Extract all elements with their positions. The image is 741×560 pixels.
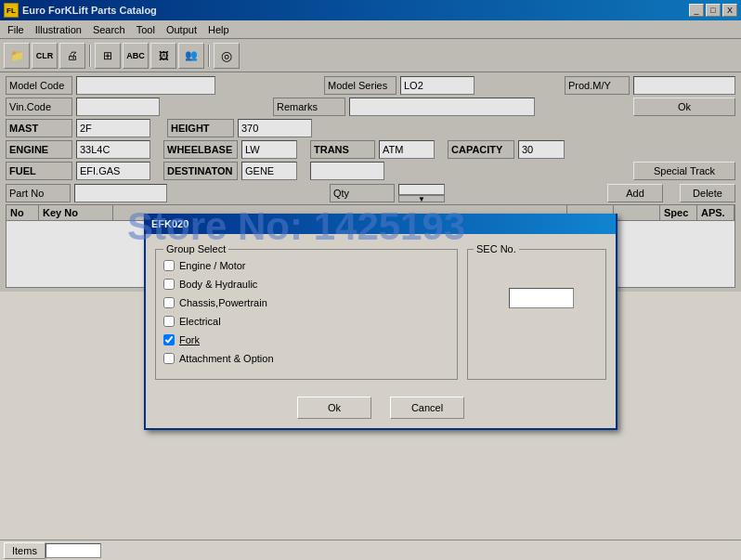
checkbox-chassis: Chassis,Powertrain (163, 297, 449, 308)
checkbox-fork: Fork (163, 334, 449, 345)
group-select-legend: Group Select (163, 243, 228, 254)
modal-title-bar: EFK020 (146, 214, 616, 234)
sec-no-fieldset: SEC No. (467, 243, 606, 380)
checkbox-chassis-input[interactable] (163, 297, 175, 308)
modal-dialog: EFK020 Group Select Engine / Motor Body … (144, 214, 618, 430)
checkbox-body-label: Body & Hydraulic (179, 279, 257, 290)
checkbox-engine-label: Engine / Motor (179, 260, 246, 271)
checkbox-electrical-label: Electrical (179, 316, 221, 327)
checkbox-attachment-input[interactable] (163, 353, 175, 364)
modal-ok-button[interactable]: Ok (297, 397, 371, 419)
modal-cancel-button[interactable]: Cancel (390, 397, 464, 419)
main-content: Model Code Model Series Prod.M/Y Vin.Cod… (0, 72, 741, 292)
items-value-input[interactable] (46, 543, 101, 558)
checkbox-body: Body & Hydraulic (163, 279, 449, 290)
checkbox-attachment: Attachment & Option (163, 353, 449, 364)
checkbox-electrical: Electrical (163, 316, 449, 327)
group-select-fieldset: Group Select Engine / Motor Body & Hydra… (155, 243, 458, 380)
checkbox-chassis-label: Chassis,Powertrain (179, 297, 267, 308)
checkbox-attachment-label: Attachment & Option (179, 353, 274, 364)
sec-no-legend: SEC No. (474, 243, 519, 254)
checkbox-engine-input[interactable] (163, 260, 175, 271)
sec-no-input[interactable] (509, 288, 574, 308)
checkbox-engine: Engine / Motor (163, 260, 449, 271)
modal-buttons: Ok Cancel (146, 389, 616, 428)
modal-body: Group Select Engine / Motor Body & Hydra… (146, 234, 616, 389)
status-bar: Items (0, 540, 741, 560)
checkbox-fork-label: Fork (179, 334, 200, 345)
items-tab[interactable]: Items (4, 542, 46, 559)
checkbox-electrical-input[interactable] (163, 316, 175, 327)
checkbox-fork-input[interactable] (163, 334, 175, 345)
checkbox-body-input[interactable] (163, 279, 175, 290)
modal-title: EFK020 (151, 218, 188, 229)
